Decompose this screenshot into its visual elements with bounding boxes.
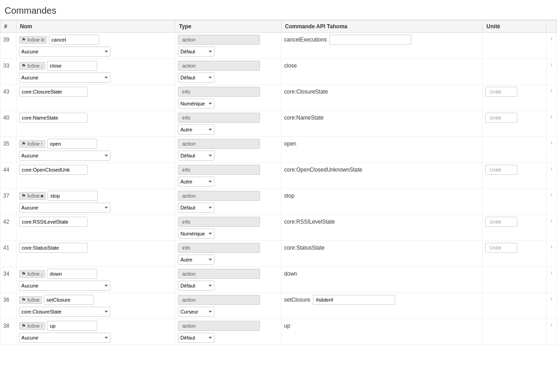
- nom-select[interactable]: Aucune: [19, 151, 110, 161]
- row-number: 33: [0, 59, 16, 85]
- row-action-cell[interactable]: ›: [546, 33, 557, 59]
- page-title: Commandes: [0, 0, 557, 20]
- type-select[interactable]: Défaut: [178, 281, 214, 291]
- state-name-input[interactable]: [19, 243, 88, 253]
- api-cell: cancelExecutions: [281, 33, 483, 59]
- row-action-cell[interactable]: ›: [546, 111, 557, 137]
- nom-select[interactable]: Aucune: [19, 281, 110, 291]
- type-select[interactable]: Autre: [178, 255, 214, 265]
- action-icon: ↑: [41, 141, 43, 146]
- type-badge: action: [178, 321, 260, 331]
- row-action-cell[interactable]: ›: [546, 319, 557, 345]
- row-action-cell[interactable]: ›: [546, 163, 557, 189]
- type-select[interactable]: Numérique: [178, 229, 214, 239]
- api-command-text: core:StatusState: [284, 243, 325, 253]
- nom-text-input[interactable]: [47, 139, 97, 149]
- commands-table: # Nom Type Commande API Tahoma Unité 39⚑…: [0, 20, 557, 345]
- col-nom: Nom: [16, 21, 175, 33]
- nom-cell: ⚑ Icône ↓Aucune: [16, 267, 175, 293]
- state-name-input[interactable]: [19, 87, 88, 97]
- nom-select[interactable]: Aucune: [19, 333, 110, 343]
- api-cell: core:ClosureState: [281, 85, 483, 111]
- state-name-input[interactable]: [19, 113, 88, 123]
- type-select[interactable]: Défaut: [178, 151, 214, 161]
- nom-cell: ⚑ Icône ↑Aucune: [16, 137, 175, 163]
- flag-icon: ⚑ Icône ↓: [19, 270, 45, 278]
- state-name-input[interactable]: [19, 217, 88, 227]
- unite-badge: Unité: [485, 243, 517, 253]
- row-number: 38: [0, 319, 16, 345]
- unite-badge: Unité: [485, 217, 517, 227]
- type-cell: actionDéfaut: [175, 59, 281, 85]
- flag-icon: ⚑ Icône ↓: [19, 62, 45, 70]
- type-select[interactable]: Défaut: [178, 203, 214, 213]
- row-action-cell[interactable]: ›: [546, 59, 557, 85]
- row-action-cell[interactable]: ›: [546, 267, 557, 293]
- nom-text-input[interactable]: [44, 295, 94, 305]
- type-cell: actionDéfaut: [175, 267, 281, 293]
- nom-text-input[interactable]: [47, 61, 97, 71]
- unite-cell: [483, 267, 546, 293]
- type-badge: action: [178, 269, 260, 279]
- row-number: 39: [0, 33, 16, 59]
- row-action-cell[interactable]: ›: [546, 189, 557, 215]
- type-select[interactable]: Défaut: [178, 333, 214, 343]
- flag-icon: ⚑ Icône ⊘: [19, 36, 47, 44]
- col-unite: Unité: [483, 21, 546, 33]
- api-command-text: core:RSSILevelState: [284, 217, 335, 227]
- state-name-input[interactable]: [19, 165, 88, 175]
- flag-icon: ⚑ Icône ↑: [19, 322, 45, 330]
- nom-select[interactable]: core:ClosureState: [19, 307, 110, 317]
- type-select[interactable]: Défaut: [178, 47, 214, 57]
- api-command-text: core:NameState: [284, 113, 324, 123]
- type-select[interactable]: Curseur: [178, 307, 214, 317]
- type-cell: actionDéfaut: [175, 189, 281, 215]
- action-icon: ↓: [41, 63, 43, 68]
- nom-select[interactable]: Aucune: [19, 73, 110, 83]
- unite-cell: [483, 59, 546, 85]
- nom-cell: [16, 85, 175, 111]
- unite-badge: Unité: [485, 113, 517, 123]
- row-action-cell[interactable]: ›: [546, 85, 557, 111]
- type-select[interactable]: Autre: [178, 177, 214, 187]
- row-action-cell[interactable]: ›: [546, 215, 557, 241]
- api-param-input[interactable]: [313, 295, 395, 305]
- flag-icon: ⚑ Icône ■: [19, 192, 46, 200]
- nom-select[interactable]: Aucune: [19, 47, 110, 57]
- row-number: 40: [0, 111, 16, 137]
- type-select[interactable]: Autre: [178, 125, 214, 135]
- row-number: 35: [0, 137, 16, 163]
- type-badge: action: [178, 295, 260, 305]
- nom-select[interactable]: Aucune: [19, 203, 110, 213]
- type-badge: action: [178, 61, 260, 71]
- type-badge: info: [178, 165, 260, 175]
- api-param-input[interactable]: [329, 35, 411, 45]
- type-badge: info: [178, 87, 260, 97]
- type-cell: infoNumérique: [175, 85, 281, 111]
- row-number: 34: [0, 267, 16, 293]
- row-action-cell[interactable]: ›: [546, 241, 557, 267]
- table-row: 37⚑ Icône ■AucuneactionDéfautstop›: [0, 189, 557, 215]
- api-command-text: close: [284, 61, 297, 71]
- type-select[interactable]: Numérique: [178, 99, 214, 109]
- row-number: 42: [0, 215, 16, 241]
- nom-text-input[interactable]: [47, 321, 97, 331]
- type-select[interactable]: Défaut: [178, 73, 214, 83]
- unite-cell: Unité: [483, 111, 546, 137]
- table-row: 43infoNumériquecore:ClosureStateUnité›: [0, 85, 557, 111]
- table-row: 38⚑ Icône ↑AucuneactionDéfautup›: [0, 319, 557, 345]
- row-action-cell[interactable]: ›: [546, 293, 557, 319]
- nom-text-input[interactable]: [49, 35, 99, 45]
- type-badge: info: [178, 243, 260, 253]
- type-cell: actionDéfaut: [175, 319, 281, 345]
- col-num: #: [0, 21, 16, 33]
- table-row: 35⚑ Icône ↑AucuneactionDéfautopen›: [0, 137, 557, 163]
- table-row: 39⚑ Icône ⊘AucuneactionDéfautcancelExecu…: [0, 33, 557, 59]
- row-action-cell[interactable]: ›: [546, 137, 557, 163]
- api-cell: down: [281, 267, 483, 293]
- table-row: 42infoNumériquecore:RSSILevelStateUnité›: [0, 215, 557, 241]
- nom-text-input[interactable]: [47, 269, 97, 279]
- api-command-text: cancelExecutions: [284, 35, 327, 45]
- nom-text-input[interactable]: [47, 191, 98, 201]
- table-row: 41infoAutrecore:StatusStateUnité›: [0, 241, 557, 267]
